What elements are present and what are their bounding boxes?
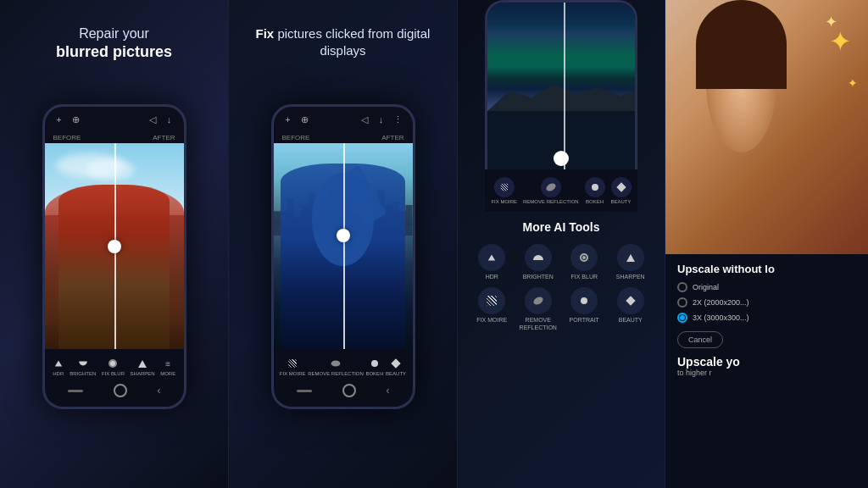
chip-bokeh[interactable]: BOKEH [585,177,605,204]
share-icon[interactable]: ◁ [147,114,159,125]
bokeh-label: BOKEH [365,371,383,376]
panel-upscale: ✦ ✦ ✦ Upscale without lo Original 2X (20… [665,0,868,488]
option-3x-text: 3X (3000x300...) [693,313,749,322]
tool-brighten[interactable]: BRIGHTEN [70,358,96,376]
phone-toolbar-2: + ⊕ ◁ ↓ ⋮ [274,107,413,132]
panel-ai-tools: FIX MOIRE REMOVE REFLECTION BOKEH BEAUTY… [458,0,665,488]
tool-bokeh[interactable]: BOKEH [365,358,383,376]
brighten-label: BRIGHTEN [70,371,96,376]
nav-home-icon[interactable] [114,384,127,397]
nav-home-2[interactable] [342,384,356,397]
radio-original[interactable] [677,282,687,292]
heading-fix-rest: pictures clicked from digital displays [274,26,430,58]
photo-container-2 [274,143,413,349]
chip-fixmoire[interactable]: FIX MOIRE [491,177,517,204]
chip-removereflect[interactable]: REMOVE REFLECTION [523,177,579,204]
more-icon-2[interactable]: ⋮ [392,114,404,125]
brighten-icon [77,358,89,369]
panel-2-heading: Fix pictures clicked from digital displa… [229,25,457,58]
ai-beauty-icon [617,287,644,314]
upscale-bottom-sub: to higher r [677,369,856,377]
chip-removereflect-label: REMOVE REFLECTION [523,199,579,204]
ai-portrait-label: PORTRAIT [570,317,599,324]
split-handle-2[interactable] [337,229,350,242]
radio-3x[interactable] [677,313,687,323]
nav-recent-2[interactable] [297,390,312,392]
phone-mockup-1: + ⊕ ◁ ↓ BEFORE AFTER [42,104,186,409]
phone-3-tools: FIX MOIRE REMOVE REFLECTION BOKEH BEAUTY [485,169,637,212]
photo-content-1 [45,143,184,349]
tool-more[interactable]: ≡ MORE [160,358,175,376]
more-label: MORE [160,371,175,376]
sparkle-tiny: ✦ [848,76,858,90]
ai-hdr-icon [478,244,505,271]
option-2x-text: 2X (2000x200...) [693,298,749,307]
ai-tool-hdr[interactable]: HDR [470,244,514,280]
tool-sharpen[interactable]: SHARPEN [131,358,155,376]
ai-brighten-icon [525,244,552,271]
heading-fix-text: Fix pictures clicked from digital displa… [246,25,440,58]
cloud-2 [86,159,135,180]
option-3x[interactable]: 3X (3000x300...) [677,313,856,323]
ai-tool-portrait[interactable]: PORTRAIT [563,287,606,331]
ai-tool-sharpen[interactable]: SHARPEN [609,244,653,280]
ai-tool-beauty[interactable]: BEAUTY [609,287,653,331]
sharpen-icon [136,358,148,369]
radio-2x[interactable] [677,297,687,308]
ai-tool-fixmoire[interactable]: FIX MOIRE [470,287,514,331]
share-icon-2[interactable]: ◁ [359,114,370,125]
before-label: BEFORE [53,134,81,141]
plus-icon-2[interactable]: + [282,114,294,125]
nav-back-2[interactable]: ‹ [387,385,390,396]
pin-icon-2[interactable]: ⊕ [299,114,311,125]
nav-back-icon[interactable]: ‹ [158,385,161,396]
radio-3x-fill [680,315,685,320]
after-label: AFTER [153,134,175,141]
toolbar-2-right: ◁ ↓ ⋮ [359,114,404,125]
toolbar-2-left: + ⊕ [282,114,311,125]
upscale-bottom-heading: Upscale yo [677,355,856,369]
ai-brighten-label: BRIGHTEN [523,274,554,280]
plus-icon[interactable]: + [53,114,65,125]
upscale-options-panel: Upscale without lo Original 2X (2000x200… [665,254,868,488]
ai-hdr-label: HDR [486,274,498,280]
option-original[interactable]: Original [677,282,856,292]
pin-icon[interactable]: ⊕ [70,114,82,125]
woman-photo-area: ✦ ✦ ✦ [665,0,868,254]
slider-handle[interactable] [554,151,569,166]
ai-tool-brighten[interactable]: BRIGHTEN [517,244,560,280]
phone-toolbar-1: + ⊕ ◁ ↓ [45,107,184,132]
option-2x[interactable]: 2X (2000x200...) [677,297,856,308]
download-icon-2[interactable]: ↓ [376,114,387,125]
ai-tool-fixblur[interactable]: FIX BLUR [563,244,606,280]
upscale-without-loss-title: Upscale without lo [677,263,856,275]
tool-fixmoire[interactable]: FIX MOIRE [280,358,306,376]
tool-fixblur[interactable]: FIX BLUR [102,358,125,376]
chip-beauty-label: BEAUTY [611,199,632,204]
chip-bokeh-icon [585,177,605,197]
remove-reflect-icon [330,358,342,369]
tool-beauty[interactable]: BEAUTY [386,358,406,376]
phone-top-partial [485,0,637,169]
nav-recent-icon[interactable] [68,390,83,392]
fixmoire-icon [287,358,298,369]
ai-sharpen-label: SHARPEN [616,274,645,280]
ai-tool-removereflect[interactable]: REMOVE REFLECTION [517,287,560,331]
cancel-button[interactable]: Cancel [677,331,723,348]
tool-remove-reflect[interactable]: REMOVE REFLECTION [308,358,364,376]
tool-icons-row-1: HDR BRIGHTEN FIX BLUR SHARPEN [48,354,181,380]
download-icon[interactable]: ↓ [164,114,175,125]
phone-screen-1: + ⊕ ◁ ↓ BEFORE AFTER [45,107,184,407]
fixblur-label: FIX BLUR [102,371,125,376]
ai-portrait-icon [570,287,598,314]
nav-bar-1: ‹ [48,380,181,402]
chip-beauty[interactable]: BEAUTY [611,177,632,204]
split-handle-1[interactable] [108,240,121,253]
phone-screen-2: + ⊕ ◁ ↓ ⋮ BEFORE AFTER [274,107,413,407]
more-ai-title: More AI Tools [470,220,652,234]
phone-mockup-2: + ⊕ ◁ ↓ ⋮ BEFORE AFTER [271,104,415,409]
tool-hdr[interactable]: HDR [53,358,64,376]
bokeh-icon [369,358,381,369]
remove-reflect-label: REMOVE REFLECTION [308,371,364,376]
action-buttons: Cancel [677,331,856,348]
